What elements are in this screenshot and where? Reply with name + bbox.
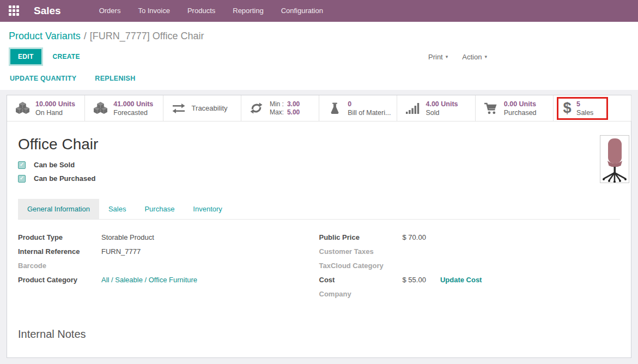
tab-general-information[interactable]: General Information (18, 199, 99, 219)
field-product-category: Product Category All / Saleable / Office… (18, 276, 303, 284)
field-public-price: Public Price $ 70.00 (319, 233, 604, 241)
form-sheet: 10.000 Units On Hand 41.000 Units Foreca… (7, 95, 631, 358)
cart-icon (483, 102, 499, 114)
page: Sales Orders To Invoice Products Reporti… (0, 0, 638, 364)
can-be-purchased-row: Can be Purchased (18, 174, 620, 183)
exchange-icon (171, 104, 187, 113)
stat-value: 41.000 Units (113, 100, 153, 108)
replenish-button[interactable]: REPLENISH (95, 74, 135, 83)
stat-max-label: Max: (270, 108, 284, 117)
checkbox-label: Can be Purchased (34, 174, 95, 183)
top-nav: Orders To Invoice Products Reporting Con… (93, 0, 330, 22)
highlight-annotation-box: $ 5 Sales (557, 97, 608, 120)
stat-value: 10.000 Units (35, 100, 75, 108)
stat-value: 5 (576, 100, 593, 108)
control-panel-buttons: EDIT CREATE Print Action (9, 48, 629, 65)
breadcrumb: Product Variants/[FURN_7777] Office Chai… (9, 29, 629, 43)
stat-label: Traceability (192, 104, 228, 112)
tab-sales[interactable]: Sales (99, 199, 136, 219)
notebook-tabs: General Information Sales Purchase Inven… (18, 199, 620, 220)
stat-button-sold[interactable]: 4.00 Units Sold (397, 95, 475, 121)
menu-products[interactable]: Products (181, 0, 222, 22)
checkbox-label: Can be Sold (34, 161, 75, 169)
control-panel: Product Variants/[FURN_7777] Office Chai… (0, 22, 638, 90)
field-customer-taxes: Customer Taxes (319, 247, 604, 256)
stat-button-purchased[interactable]: 0.00 Units Purchased (476, 95, 554, 121)
caret-down-icon (446, 54, 448, 59)
can-be-purchased-checkbox[interactable] (18, 175, 26, 183)
menu-orders[interactable]: Orders (93, 0, 127, 22)
menu-configuration[interactable]: Configuration (275, 0, 330, 22)
create-button[interactable]: CREATE (53, 53, 80, 60)
breadcrumb-current: [FURN_7777] Office Chair (90, 31, 204, 41)
action-dropdown[interactable]: Action (462, 53, 487, 61)
flask-icon (326, 102, 343, 114)
cubes-icon (92, 102, 108, 114)
content-area: 10.000 Units On Hand 41.000 Units Foreca… (0, 90, 638, 364)
stat-button-on-hand[interactable]: 10.000 Units On Hand (7, 95, 85, 121)
stat-value: 0 (348, 100, 391, 108)
tab-purchase[interactable]: Purchase (135, 199, 184, 219)
product-title: Office Chair (18, 136, 620, 153)
field-barcode: Barcode (18, 262, 303, 270)
stat-value: 0.00 Units (504, 100, 537, 108)
update-quantity-button[interactable]: UPDATE QUANTITY (10, 74, 76, 83)
app-title[interactable]: Sales (34, 5, 61, 17)
stat-label: Purchased (504, 108, 537, 117)
menu-reporting[interactable]: Reporting (226, 0, 270, 22)
stat-button-reordering-rules[interactable]: Min :3.00 Max:5.00 (241, 95, 319, 121)
field-product-type: Product Type Storable Product (18, 233, 303, 241)
breadcrumb-parent-link[interactable]: Product Variants (9, 31, 81, 41)
stat-button-sales[interactable]: $ 5 Sales (554, 95, 631, 121)
stat-label: Bill of Materi... (348, 108, 391, 117)
stat-button-bill-of-materials[interactable]: 0 Bill of Materi... (319, 95, 397, 121)
tab-inventory[interactable]: Inventory (184, 199, 231, 219)
right-field-column: Public Price $ 70.00 Customer Taxes TaxC… (319, 233, 621, 304)
product-image[interactable] (600, 135, 629, 183)
record-action-buttons: UPDATE QUANTITY REPLENISH (9, 74, 629, 83)
field-cost: Cost $ 55.00 Update Cost (319, 276, 604, 284)
bar-chart-icon (404, 103, 421, 114)
menu-to-invoice[interactable]: To Invoice (131, 0, 177, 22)
refresh-icon (248, 102, 265, 114)
left-field-column: Product Type Storable Product Internal R… (18, 233, 319, 304)
stat-max-value: 5.00 (287, 108, 300, 117)
can-be-sold-checkbox[interactable] (18, 161, 26, 169)
stat-label: Sold (426, 108, 458, 117)
apps-grid-icon[interactable] (9, 5, 20, 16)
field-internal-reference: Internal Reference FURN_7777 (18, 247, 303, 256)
update-cost-button[interactable]: Update Cost (440, 276, 482, 284)
stat-button-row: 10.000 Units On Hand 41.000 Units Foreca… (7, 95, 631, 122)
edit-button[interactable]: EDIT (10, 49, 41, 64)
field-columns: Product Type Storable Product Internal R… (18, 233, 620, 304)
form-body: Office Chair Can be Sold Can be Purchase… (7, 136, 631, 341)
caret-down-icon (484, 54, 487, 59)
field-taxcloud-category: TaxCloud Category (319, 262, 604, 270)
print-dropdown[interactable]: Print (428, 53, 448, 61)
stat-label: Sales (576, 108, 593, 117)
stat-button-forecasted[interactable]: 41.000 Units Forecasted (85, 95, 163, 121)
action-dropdowns: Print Action (428, 48, 487, 65)
stat-min-value: 3.00 (287, 100, 300, 108)
dollar-icon: $ (563, 101, 571, 116)
product-category-link[interactable]: All / Saleable / Office Furniture (101, 276, 197, 284)
stat-min-label: Min : (270, 100, 284, 108)
field-company: Company (319, 290, 604, 298)
can-be-sold-row: Can be Sold (18, 160, 620, 169)
stat-label: Forecasted (113, 108, 153, 117)
stat-button-traceability[interactable]: Traceability (163, 95, 241, 121)
internal-notes-heading: Internal Notes (18, 328, 620, 341)
cubes-icon (14, 102, 31, 114)
stat-value: 4.00 Units (426, 100, 458, 108)
breadcrumb-separator: / (81, 31, 90, 41)
stat-label: On Hand (35, 108, 75, 117)
top-bar: Sales Orders To Invoice Products Reporti… (0, 0, 638, 22)
